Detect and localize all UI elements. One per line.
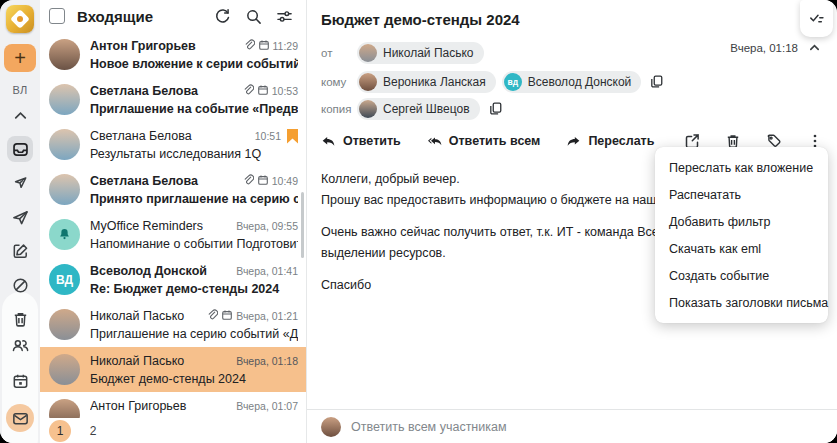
list-item[interactable]: ВД Всеволод Донской Вчера, 01:41 Re: Бюд… [40,257,306,302]
context-menu-item[interactable]: Распечатать [655,181,828,208]
list-item[interactable]: Светлана Белова 10:53 Приглашение на соб… [40,77,306,122]
app-logo[interactable] [6,5,34,33]
recipient-chip[interactable]: вд Всеволод Донской [502,71,642,93]
timestamp: Вчера, 01:18 [236,355,298,367]
sidebar: + ВЛ [0,0,40,443]
quick-reply-bar[interactable]: Ответить всем участникам [307,409,837,443]
recipient-name: Сергей Швецов [383,102,470,116]
avatar [321,417,341,437]
list-scrollbar[interactable] [301,192,304,258]
subject-snippet: Приглашение на серию событий «Демо стен.… [90,327,298,341]
sender-name: Антон Григорьев [90,399,230,413]
attachment-icon [242,172,257,190]
sidebar-mail-icon[interactable] [6,404,34,432]
page-button[interactable]: 1 [49,420,71,442]
sender-name: MyOffice Reminders [90,219,230,233]
reply-all-icon [427,134,442,149]
context-menu-item[interactable]: Создать событие [655,262,828,289]
refresh-icon[interactable] [212,6,232,26]
avatar [49,219,80,250]
avatar [359,44,377,62]
list-item[interactable]: Светлана Белова 10:51 Результаты исследо… [40,122,306,167]
sender-name: Всеволод Донской [90,264,230,278]
forward-button[interactable]: Переслать [566,134,654,149]
list-item[interactable]: Николай Пасько Вчера, 01:21 Приглашение … [40,302,306,347]
sender-name: Светлана Белова [90,174,236,188]
collapse-header-icon[interactable] [808,41,821,54]
sidebar-inbox-icon[interactable] [7,136,33,162]
select-all-checkbox[interactable] [49,8,65,24]
subject-snippet: Re: Бюджет демо-стенды 2024 [90,282,298,296]
recipient-chip[interactable]: Николай Пасько [357,42,484,64]
sidebar-drafts-icon[interactable] [7,238,33,264]
sidebar-calendar-icon[interactable] [7,368,33,394]
event-icon [257,172,272,190]
list-item[interactable]: Антон Григорьев Вчера, 01:07 [40,392,306,418]
event-icon [221,307,236,325]
context-menu: Переслать как вложениеРаспечататьДобавит… [655,147,828,323]
event-icon [258,37,273,55]
attachment-icon [206,307,221,325]
avatar [49,39,80,70]
collapse-chevron-up-icon[interactable] [7,102,33,128]
compose-button[interactable]: + [4,44,36,72]
sidebar-spam-icon[interactable] [7,272,33,298]
bookmark-flag-icon[interactable] [287,129,298,144]
list-item[interactable]: Антон Григорьев 11:29 Новое вложение к с… [40,32,306,77]
user-initials[interactable]: ВЛ [12,84,27,96]
avatar [359,73,377,91]
recipient-chip[interactable]: Вероника Ланская [357,71,496,93]
reply-button[interactable]: Ответить [321,134,401,149]
recipient-chip[interactable]: Сергей Швецов [357,98,480,120]
sidebar-flagged-icon[interactable] [7,170,33,196]
list-item[interactable]: Светлана Белова 10:49 Принято приглашени… [40,167,306,212]
list-item[interactable]: MyOffice Reminders Вчера, 09:55 Напомина… [40,212,306,257]
avatar: ВД [49,264,80,295]
avatar [49,399,80,418]
context-menu-item[interactable]: Переслать как вложение [655,154,828,181]
to-row: кому Вероника Ланская вд Всеволод Донско… [321,70,823,93]
avatar [49,129,80,160]
checklist-icon [808,10,825,27]
timestamp: 10:53 [272,85,298,97]
avatar [49,174,80,205]
avatar: вд [504,73,522,91]
event-icon [257,82,272,100]
filter-sliders-icon[interactable] [274,6,294,26]
reply-icon [321,134,336,149]
copy-recipients-icon[interactable] [649,74,664,89]
email-subject: Бюджет демо-стенды 2024 [321,11,837,28]
sidebar-trash-icon[interactable] [7,306,33,332]
to-label: кому [321,76,357,88]
timestamp: 11:29 [273,40,299,52]
recipient-name: Вероника Ланская [383,75,486,89]
timestamp: 10:51 [255,130,281,142]
timestamp: Вчера, 01:41 [236,265,298,277]
page-button[interactable]: 2 [82,420,104,442]
context-menu-item[interactable]: Показать заголовки письма [655,289,828,316]
timestamp: 10:49 [272,175,298,187]
search-icon[interactable] [243,6,263,26]
app-window: + ВЛ [0,0,837,443]
copy-cc-icon[interactable] [488,101,503,116]
quick-reply-placeholder: Ответить всем участникам [351,420,507,434]
avatar [359,100,377,118]
reply-all-button[interactable]: Ответить всем [427,134,541,149]
attachment-icon [242,82,257,100]
list-header: Входящие [40,0,306,32]
subject-snippet: Бюджет демо-стенды 2024 [90,372,298,386]
sidebar-contacts-icon[interactable] [7,332,33,358]
context-menu-item[interactable]: Добавить фильтр [655,208,828,235]
logo-dot [17,16,23,22]
email-date: Вчера, 01:18 [730,42,798,54]
subject-snippet: Принято приглашение на серию событий «..… [90,192,298,206]
context-menu-item[interactable]: Скачать как eml [655,235,828,262]
sidebar-sent-icon[interactable] [7,204,33,230]
tasks-panel-toggle[interactable] [800,0,833,37]
sender-name: Светлана Белова [90,129,249,143]
subject-snippet: Приглашение на событие «Предварительно..… [90,102,298,116]
avatar [49,309,80,340]
forward-icon [566,134,581,149]
list-item[interactable]: Николай Пасько Вчера, 01:18 Бюджет демо-… [40,347,306,392]
from-row: от Николай Пасько Вчера, 01:18 [321,41,823,64]
